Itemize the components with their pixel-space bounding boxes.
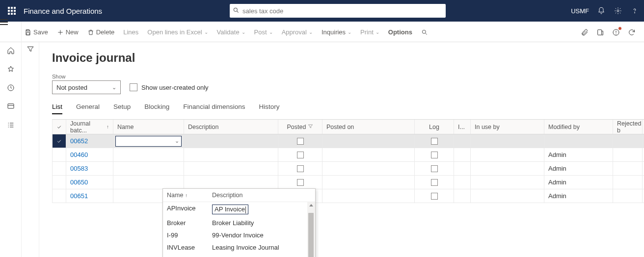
tab-general[interactable]: General xyxy=(76,103,100,114)
cell-description[interactable] xyxy=(184,176,278,189)
cell-rejected-by[interactable] xyxy=(613,176,643,189)
popout-icon[interactable] xyxy=(596,28,605,37)
lookup-option[interactable]: RDAPInv Rebate AP invoice xyxy=(163,254,315,257)
batch-link[interactable]: 00651 xyxy=(70,192,88,200)
tab-history[interactable]: History xyxy=(259,103,279,114)
col-i[interactable]: I... xyxy=(454,120,471,134)
cell-posted-on[interactable] xyxy=(322,148,415,161)
lookup-option[interactable]: I-99 99-Vendor Invoice xyxy=(163,229,315,241)
home-icon[interactable] xyxy=(6,46,15,55)
col-description[interactable]: Description xyxy=(184,120,278,134)
col-rejected-by[interactable]: Rejected b xyxy=(613,120,643,134)
col-log[interactable]: Log xyxy=(415,120,454,134)
print-button[interactable]: Print⌄ xyxy=(360,28,379,36)
tab-blocking[interactable]: Blocking xyxy=(144,103,169,114)
cell-rejected-by[interactable] xyxy=(613,189,643,203)
cell-rejected-by[interactable] xyxy=(613,162,643,175)
name-lookup-input[interactable]: ⌄ xyxy=(115,136,182,147)
col-posted-on[interactable]: Posted on xyxy=(322,120,415,134)
cell-posted-on[interactable] xyxy=(322,176,415,189)
row-selector[interactable] xyxy=(53,134,66,148)
cell-modified-by[interactable] xyxy=(544,134,613,148)
grid-row[interactable]: 00650 Admin xyxy=(53,176,644,189)
user-created-only-checkbox[interactable] xyxy=(130,83,137,91)
help-icon[interactable] xyxy=(630,6,639,15)
show-filter-select[interactable]: Not posted ⌄ xyxy=(52,80,121,94)
cell-i[interactable] xyxy=(454,189,471,203)
cell-i[interactable] xyxy=(454,148,471,161)
refresh-icon[interactable] xyxy=(627,28,636,37)
cell-rejected-by[interactable] xyxy=(613,134,643,148)
batch-link[interactable]: 00583 xyxy=(70,165,88,172)
cell-log[interactable] xyxy=(415,148,454,161)
cell-in-use-by[interactable] xyxy=(471,189,544,203)
row-selector[interactable] xyxy=(53,189,66,203)
workspace-icon[interactable] xyxy=(6,102,15,111)
cell-posted[interactable] xyxy=(278,176,322,189)
global-search[interactable]: sales tax code xyxy=(230,4,446,18)
cell-modified-by[interactable]: Admin xyxy=(544,148,613,161)
row-selector[interactable] xyxy=(53,148,66,161)
attach-icon[interactable] xyxy=(580,28,589,37)
lookup-col-name[interactable]: Name↑ xyxy=(167,192,212,199)
select-all-column[interactable] xyxy=(53,120,66,134)
scrollbar-thumb[interactable] xyxy=(308,213,314,257)
grid-row[interactable]: 00583 Admin xyxy=(53,162,644,176)
delete-button[interactable]: Delete xyxy=(87,28,115,36)
cell-in-use-by[interactable] xyxy=(471,162,544,175)
bell-icon[interactable] xyxy=(597,6,606,15)
batch-link[interactable]: 00650 xyxy=(70,179,88,186)
tab-financial-dimensions[interactable]: Financial dimensions xyxy=(183,103,245,114)
cell-log[interactable] xyxy=(415,189,454,203)
lookup-scrollbar[interactable] xyxy=(307,202,315,257)
app-launcher-icon[interactable] xyxy=(5,4,19,18)
cell-posted[interactable] xyxy=(278,134,322,148)
cell-rejected-by[interactable] xyxy=(613,148,643,161)
cell-posted[interactable] xyxy=(278,148,322,161)
cell-posted-on[interactable] xyxy=(322,134,415,148)
filter-pane-toggle[interactable] xyxy=(22,41,39,257)
approval-button[interactable]: Approval⌄ xyxy=(282,28,313,36)
new-button[interactable]: New xyxy=(57,28,79,36)
cell-i[interactable] xyxy=(454,134,471,148)
cell-name[interactable] xyxy=(113,176,184,189)
cell-in-use-by[interactable] xyxy=(471,134,544,148)
inquiries-button[interactable]: Inquiries⌄ xyxy=(322,28,351,36)
tab-list[interactable]: List xyxy=(52,103,62,114)
page-search-icon[interactable] xyxy=(421,29,430,36)
col-modified-by[interactable]: Modified by xyxy=(544,120,613,134)
tab-setup[interactable]: Setup xyxy=(113,103,131,114)
cell-description[interactable] xyxy=(184,148,278,161)
star-icon[interactable] xyxy=(6,65,15,74)
lines-button[interactable]: Lines xyxy=(123,28,138,36)
cell-i[interactable] xyxy=(454,176,471,189)
cell-log[interactable] xyxy=(415,134,454,148)
lookup-col-description[interactable]: Description xyxy=(212,192,243,199)
col-journal-batch[interactable]: Journal batc...↑ xyxy=(66,120,113,134)
grid-row[interactable]: 00460 Admin xyxy=(53,148,644,162)
recent-icon[interactable] xyxy=(6,83,15,92)
cell-description[interactable] xyxy=(184,162,278,175)
modules-icon[interactable] xyxy=(6,121,15,129)
save-button[interactable]: Save xyxy=(25,28,48,36)
batch-link[interactable]: 00652 xyxy=(70,137,88,145)
cell-name[interactable] xyxy=(113,148,184,161)
cell-posted-on[interactable] xyxy=(322,162,415,175)
post-button[interactable]: Post⌄ xyxy=(254,28,273,36)
col-name[interactable]: Name xyxy=(113,120,184,134)
cell-in-use-by[interactable] xyxy=(471,148,544,161)
batch-link[interactable]: 00460 xyxy=(70,151,88,158)
cell-log[interactable] xyxy=(415,176,454,189)
cell-i[interactable] xyxy=(454,162,471,175)
gear-icon[interactable] xyxy=(614,6,622,15)
grid-row[interactable]: 00651 Admin xyxy=(53,189,644,203)
col-in-use-by[interactable]: In use by xyxy=(471,120,544,134)
cell-name[interactable] xyxy=(113,162,184,175)
row-selector[interactable] xyxy=(53,176,66,189)
col-posted[interactable]: Posted xyxy=(278,120,322,134)
options-button[interactable]: Options xyxy=(388,28,412,36)
cell-in-use-by[interactable] xyxy=(471,176,544,189)
cell-modified-by[interactable]: Admin xyxy=(544,162,613,175)
grid-row[interactable]: 00652 ⌄ xyxy=(53,134,644,148)
cell-modified-by[interactable]: Admin xyxy=(544,189,613,203)
